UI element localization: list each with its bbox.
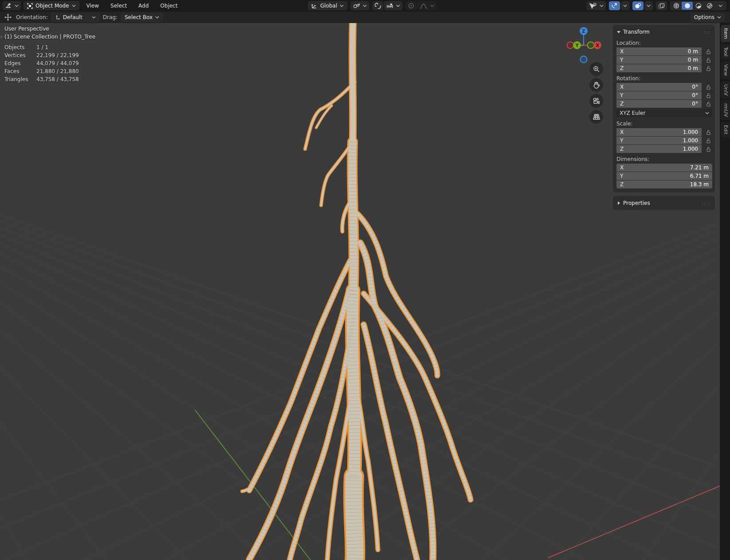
stat-label: Faces [4,68,36,74]
scale-z-lock[interactable] [702,146,712,152]
orientation-axes-icon [311,3,318,9]
scale-section-label: Scale: [613,118,715,128]
rotation-x-field[interactable]: X 0° [616,83,702,91]
orientation-default-icon [55,15,60,20]
dimensions-y-field[interactable]: Y 6.71 m [616,172,712,180]
transform-panel-header[interactable]: Transform :::: [613,27,715,37]
rotation-z-field[interactable]: Z 0° [616,100,702,108]
axis-label: Y [620,92,629,98]
location-z-lock[interactable] [702,66,712,71]
shading-wireframe-button[interactable] [671,2,682,10]
menu-add[interactable]: Add [134,3,153,9]
dimensions-x-field[interactable]: X 7.21 m [616,164,712,172]
menu-select[interactable]: Select [106,3,131,9]
rotation-y-lock[interactable] [702,93,712,98]
rotation-x-lock[interactable] [702,84,712,90]
shading-dropdown[interactable] [715,2,726,10]
gizmos-dropdown[interactable] [621,1,629,10]
xray-toggle[interactable] [656,1,667,10]
stat-value: 1 / 1 [36,44,95,51]
menu-view[interactable]: View [82,3,103,9]
pivot-point-icon [353,3,360,9]
tab-edit[interactable]: Edit [720,121,730,138]
orthographic-toggle-button[interactable] [589,110,603,124]
editor-type-button[interactable] [3,1,21,10]
axis-label: Y [620,137,629,144]
tab-item[interactable]: Item [720,24,730,43]
stat-label: Edges [4,60,36,67]
proportional-editing-toggle[interactable] [406,1,416,10]
stat-value: 43,758 / 43,758 [36,76,95,82]
mode-dropdown-label: Object Mode [35,3,69,9]
scale-x-lock[interactable] [702,129,712,135]
gizmos-toggle[interactable] [609,1,620,10]
stat-value: 44,079 / 44,079 [36,60,95,67]
options-dropdown[interactable]: Options [691,13,725,22]
orientation-dropdown[interactable]: Default [51,13,99,22]
gizmo-neg-z-axis[interactable] [581,56,587,63]
tab-tool[interactable]: Tool [720,43,730,60]
scale-y-lock[interactable] [702,138,712,144]
object-visibility-dropdown[interactable] [587,1,606,10]
overlays-dropdown[interactable] [644,1,653,10]
shading-solid-button[interactable] [682,2,693,10]
location-x-lock[interactable] [702,49,712,55]
rotation-z-row: Z 0° [613,100,715,108]
snap-target-dropdown[interactable] [384,1,402,10]
tool-settings-bar: Orientation: Default Drag: Select Box [0,12,730,23]
proportional-editing-icon [408,3,414,9]
options-label: Options [694,14,714,20]
panel-drag-handle[interactable]: :::: [702,30,711,35]
properties-panel: Properties :::: [613,196,715,210]
menu-object[interactable]: Object [156,3,182,9]
camera-view-button[interactable] [589,94,603,108]
move-tool-icon[interactable] [4,13,12,22]
dimensions-x-row: X 7.21 m [616,164,712,172]
rotation-mode-dropdown[interactable]: XYZ Euler [616,109,712,117]
gizmo-icon [611,3,618,9]
transform-orientation-dropdown[interactable]: Global [308,1,347,10]
scale-y-row: Y 1.000 [613,137,715,145]
shading-rendered-button[interactable] [704,2,715,10]
scale-z-field[interactable]: Z 1.000 [616,145,702,153]
gizmo-neg-x-axis[interactable] [567,42,574,49]
transform-panel-title: Transform [623,29,650,35]
tab-rmuv[interactable]: rmUV [720,100,730,121]
panel-drag-handle[interactable]: :::: [702,201,711,206]
drag-dropdown[interactable]: Select Box [121,13,163,22]
dimensions-z-field[interactable]: Z 18.3 m [616,180,712,188]
viewport-3d[interactable] [0,23,720,560]
rotation-mode-value: XYZ Euler [620,110,645,116]
navigation-gizmo[interactable]: Z Y X [566,25,607,66]
properties-panel-header[interactable]: Properties :::: [613,198,715,208]
pivot-point-dropdown[interactable] [351,1,369,10]
location-y-row: Y 0 m [613,56,715,64]
location-x-field[interactable]: X 0 m [616,47,702,55]
object-mode-icon [27,3,33,9]
stat-value: 22,199 / 22,199 [36,52,95,59]
rendered-shading-icon [706,3,713,9]
rotation-z-lock[interactable] [702,101,712,107]
dimensions-z-row: Z 18.3 m [616,180,712,188]
tab-view[interactable]: View [720,61,730,79]
mode-dropdown[interactable]: Object Mode [24,1,79,10]
rotation-y-field[interactable]: Y 0° [616,91,702,99]
gizmo-neg-y-axis[interactable] [588,42,594,49]
region-toggle-arrow[interactable]: › [0,34,2,39]
tab-univ[interactable]: UniV [720,81,730,99]
location-y-field[interactable]: Y 0 m [616,56,702,64]
snap-toggle-button[interactable] [373,1,383,10]
location-y-lock[interactable] [702,57,712,63]
stat-label: Vertices [4,52,36,59]
snap-magnet-icon [375,3,381,9]
location-z-field[interactable]: Z 0 m [616,64,702,72]
overlays-toggle[interactable] [632,1,644,10]
shading-material-button[interactable] [693,2,704,10]
pan-button[interactable] [589,78,603,92]
scale-x-field[interactable]: X 1.000 [616,128,702,136]
scale-y-field[interactable]: Y 1.000 [616,137,702,145]
axis-value: 0 m [688,65,698,71]
proportional-falloff-dropdown[interactable] [417,1,436,10]
zoom-button[interactable] [589,62,603,76]
scale-z-row: Z 1.000 [613,145,715,153]
